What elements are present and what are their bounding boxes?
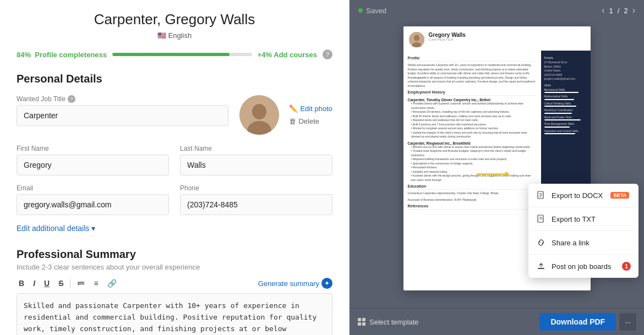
skill-3: Critical Thinking Skills [544,102,587,106]
resume-job1-bullets: • Provided clients with supreme customer… [411,102,537,139]
beta-badge: BETA [610,192,629,199]
delete-photo-button[interactable]: 🗑 Delete [289,116,332,127]
resume-preview-wrapper: Gregory Walls CARPENTER Profile Skilled … [350,21,644,308]
saved-badge: Saved [358,7,386,15]
edit-photo-button[interactable]: ✏️ Edit photo [289,103,332,114]
generate-summary-label: Generate summary [258,279,319,288]
skill-bar-6 [544,127,570,128]
skill-bar-5 [544,119,581,120]
share-link-item[interactable]: Share a link [528,231,638,255]
format-toolbar: B I U S ≔ ≡ 🔗 Generate summary ✦ [17,278,332,289]
right-panel: Saved ‹ 1 / 2 › Gregory Wal [350,0,644,335]
more-options-button[interactable]: ··· [619,313,636,331]
unordered-list-button[interactable]: ≡ [91,278,100,289]
export-txt-label: Export to TXT [552,215,596,223]
phone-block: Phone [180,184,332,215]
job-title-help-icon[interactable]: ? [68,95,75,103]
svg-rect-16 [358,318,361,321]
sidebar-details-label: Details [544,56,587,59]
email-input[interactable] [17,194,169,215]
skill-bar-1 [544,92,578,93]
resume-main: Profile Skilled and passionate Carpenter… [403,51,541,215]
progress-label: 84% Profile completeness [17,51,107,59]
page-current: 1 [609,7,613,15]
generate-icon: ✦ [321,278,332,289]
dropdown-menu: Export to DOCX BETA Export to TXT Share … [528,184,638,278]
ordered-list-button[interactable]: ≔ [75,278,87,289]
download-pdf-button[interactable]: Download PDF [539,313,616,331]
left-panel: Carpenter, Gregory Walls 🇺🇸 English 84% … [0,0,350,335]
svg-marker-7 [505,171,510,177]
skill-bar-2 [544,99,575,100]
name-row: First Name Last Name [17,145,332,175]
resume-header: Saved ‹ 1 / 2 › [350,0,644,21]
phone-label: Phone [180,184,332,192]
last-name-block: Last Name [180,145,332,175]
resume-job2-title: Carpenter, Ringwood Inc., Brookfield [408,141,537,145]
post-job-boards-label: Post on job boards [552,262,611,271]
strikethrough-button[interactable]: S [56,278,66,289]
export-docx-item[interactable]: Export to DOCX BETA [528,184,638,207]
progress-help-icon[interactable]: ? [323,50,332,59]
skill-bar-4 [544,113,572,114]
resume-job1-title: Carpenter, Timothy Glover Carpentry Inc.… [408,98,537,102]
wanted-job-title-input[interactable] [17,105,228,126]
sidebar-skills-label: Skills [544,84,587,87]
last-name-input[interactable] [180,155,332,175]
trash-icon: 🗑 [289,117,296,125]
progress-bar-row: 84% Profile completeness +4% Add courses… [17,50,332,59]
saved-label: Saved [366,7,386,15]
first-name-input[interactable] [17,155,169,175]
personal-details-title: Personal Details [17,73,332,85]
add-courses-link[interactable]: +4% Add courses [258,51,317,59]
sidebar-skills-list: Mechanical Skills Mathematical Skills Cr… [544,88,587,135]
skill-5: Hand and Power Tools [544,116,587,120]
summary-textarea[interactable]: Skilled and passionate Carpenter with 10… [17,293,332,335]
job-title-block: Wanted Job Title ? [17,95,228,135]
skill-7: Operation and Control Skills [544,129,587,134]
language-label: English [168,31,192,40]
progress-percent: 84% [17,51,31,59]
edit-additional-button[interactable]: Edit additional details ▾ [17,224,95,233]
underline-button[interactable]: U [42,278,52,289]
progress-track [112,53,252,56]
photo-section: ✏️ Edit photo 🗑 Delete [239,95,332,135]
wanted-job-title-label: Wanted Job Title ? [17,95,228,103]
select-template-label: Select template [369,318,419,326]
professional-summary-hint: Include 2-3 clear sentences about your o… [17,263,332,271]
edit-icon: ✏️ [289,105,298,113]
resume-name: Gregory Walls [429,32,585,38]
resume-profile-title: Profile [408,56,537,62]
export-txt-item[interactable]: Export to TXT [528,207,638,231]
next-page-button[interactable]: › [632,6,635,15]
resume-avatar [409,32,424,47]
txt-icon [536,214,546,224]
toolbar-divider [70,279,70,288]
post-job-boards-item[interactable]: Post on job boards 1 [528,255,638,278]
skill-4: Hand-Eye Coordination [544,108,587,113]
format-tools: B I U S ≔ ≡ 🔗 [17,278,119,289]
resume-name-block: Gregory Walls CARPENTER [429,32,585,41]
skill-bar-7 [544,133,575,134]
italic-button[interactable]: I [31,278,37,289]
page-title: Carpenter, Gregory Walls [17,11,332,28]
select-template-button[interactable]: Select template [357,317,419,326]
svg-rect-17 [362,318,365,321]
language-row: 🇺🇸 English [17,31,332,40]
svg-point-1 [252,104,266,119]
first-name-label: First Name [17,145,169,152]
phone-input[interactable] [180,194,332,215]
photo-actions: ✏️ Edit photo 🗑 Delete [289,103,332,127]
flag-icon: 🇺🇸 [157,31,166,40]
professional-summary-title: Professional Summary [17,248,332,261]
resume-references-title: References [408,204,537,210]
link-button[interactable]: 🔗 [105,278,119,289]
edit-additional-label: Edit additional details [17,224,89,233]
saved-dot [358,8,363,13]
bold-button[interactable]: B [17,278,26,289]
prev-page-button[interactable]: ‹ [602,6,604,15]
template-icon [357,317,366,326]
generate-summary-button[interactable]: Generate summary ✦ [258,278,332,289]
email-block: Email [17,184,169,215]
chevron-down-icon: ▾ [91,224,95,233]
